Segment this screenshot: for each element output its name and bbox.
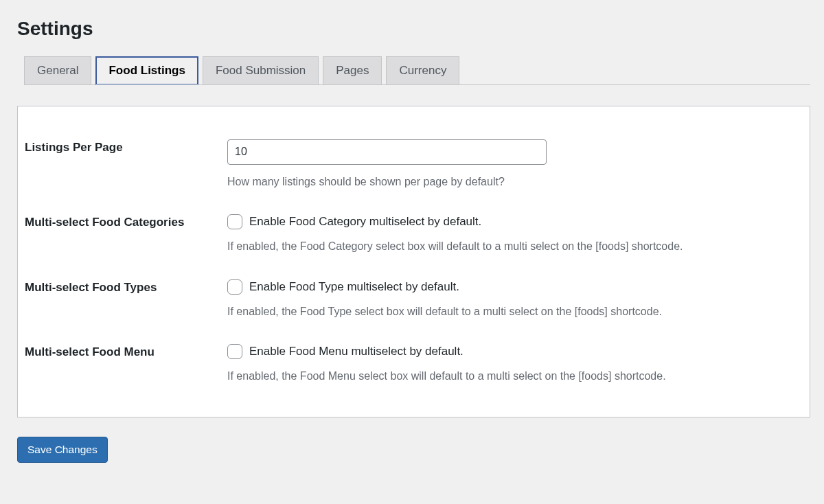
desc-listings-per-page: How many listings should be shown per pa… <box>227 174 803 190</box>
input-listings-per-page[interactable] <box>227 139 547 164</box>
checkbox-multi-categories[interactable] <box>227 214 242 229</box>
checkbox-multi-types[interactable] <box>227 279 242 295</box>
settings-tabs: General Food Listings Food Submission Pa… <box>24 56 810 85</box>
checkbox-label-multi-menu: Enable Food Menu multiselect by default. <box>249 345 464 358</box>
checkbox-label-multi-types: Enable Food Type multiselect by default. <box>249 280 459 294</box>
page-title: Settings <box>17 18 810 40</box>
tab-food-submission[interactable]: Food Submission <box>203 56 319 85</box>
tab-food-listings[interactable]: Food Listings <box>95 56 198 85</box>
label-listings-per-page: Listings Per Page <box>25 127 227 202</box>
label-multi-types: Multi-select Food Types <box>25 267 227 332</box>
desc-multi-types: If enabled, the Food Type select box wil… <box>227 304 803 319</box>
tab-pages[interactable]: Pages <box>323 56 382 85</box>
desc-multi-categories: If enabled, the Food Category select box… <box>227 239 803 254</box>
tab-general[interactable]: General <box>24 56 91 85</box>
checkbox-multi-menu[interactable] <box>227 344 242 359</box>
save-changes-button[interactable]: Save Changes <box>17 437 108 463</box>
desc-multi-menu: If enabled, the Food Menu select box wil… <box>227 369 803 384</box>
label-multi-menu: Multi-select Food Menu <box>25 332 227 396</box>
label-multi-categories: Multi-select Food Categories <box>25 202 227 266</box>
settings-form-table: Listings Per Page How many listings shou… <box>25 127 803 396</box>
tab-currency[interactable]: Currency <box>386 56 459 85</box>
settings-panel: Listings Per Page How many listings shou… <box>17 106 810 417</box>
checkbox-label-multi-categories: Enable Food Category multiselect by defa… <box>249 215 481 229</box>
